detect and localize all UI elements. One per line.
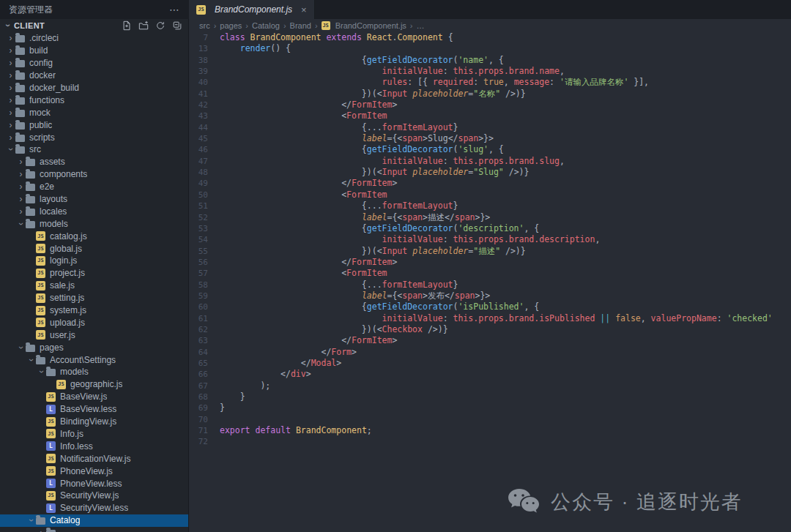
tree-item-models[interactable]: models — [0, 366, 188, 378]
code-line[interactable]: 52 label={<span>描述</span>}> — [189, 212, 791, 223]
code-line[interactable]: 49 </FormItem> — [189, 178, 791, 189]
code-line[interactable]: 44 {...formItemLayout} — [189, 122, 791, 133]
tree-item-functions[interactable]: functions — [0, 94, 188, 106]
tree-item-src[interactable]: src — [0, 143, 188, 156]
code-line[interactable]: 63 </FormItem> — [189, 335, 791, 346]
js-file-icon: JS — [46, 466, 56, 476]
tree-item-layouts[interactable]: layouts — [0, 193, 188, 206]
tree-item-phoneview-js[interactable]: JSPhoneView.js — [0, 465, 188, 477]
code-line[interactable]: 50 <FormItem — [189, 190, 791, 201]
tree-item-components[interactable]: components — [0, 168, 188, 181]
code-line[interactable]: 48 })(<Input placeholder="Slug" />)} — [189, 167, 791, 178]
code-text: {getFieldDecorator('name', { — [220, 55, 504, 66]
tree-item-system-js[interactable]: JSsystem.js — [0, 304, 188, 317]
code-line[interactable]: 59 label={<span>发布</span>}> — [189, 291, 791, 301]
tree-item-build[interactable]: build — [0, 45, 188, 57]
tree-item-pages[interactable]: pages — [0, 341, 188, 353]
tree-item-baseview-js[interactable]: JSBaseView.js — [0, 391, 188, 403]
tree-item-models[interactable]: models — [0, 217, 188, 230]
code-line[interactable]: 69} — [189, 402, 791, 413]
new-file-icon[interactable] — [122, 20, 132, 31]
tree-item-securityview-js[interactable]: JSSecurityView.js — [0, 490, 188, 502]
tree-item-baseview-less[interactable]: LBaseView.less — [0, 403, 188, 416]
code-line[interactable]: 38 {getFieldDecorator('name', { — [189, 55, 791, 66]
code-line[interactable]: 57 <FormItem — [189, 268, 791, 279]
code-line[interactable]: 67 ); — [189, 381, 791, 391]
tree-item-docker-build[interactable]: docker_build — [0, 82, 188, 94]
code-line[interactable]: 7class BrandComponent extends React.Comp… — [189, 32, 791, 43]
tree-item-e2e[interactable]: e2e — [0, 181, 188, 193]
code-line[interactable]: 47 initialValue: this.props.brand.slug, — [189, 156, 791, 167]
tree-item-catalog-js[interactable]: JScatalog.js — [0, 230, 188, 242]
collapse-folders-icon[interactable] — [172, 20, 182, 31]
folder-icon — [15, 85, 25, 92]
tree-item-info-js[interactable]: JSInfo.js — [0, 428, 188, 441]
code-line[interactable]: 42 </FormItem> — [189, 100, 791, 110]
code-line[interactable]: 65 </Modal> — [189, 358, 791, 369]
line-number: 56 — [189, 257, 208, 268]
code-line[interactable]: 40 rules: [{ required: true, message: '请… — [189, 77, 791, 88]
tree-item-global-js[interactable]: JSglobal.js — [0, 242, 188, 255]
tree-item-circleci[interactable]: .circleci — [0, 32, 188, 45]
code-line[interactable]: 62 })(<Checkbox />)} — [189, 324, 791, 335]
code-line[interactable]: 45 label={<span>Slug</span>}> — [189, 133, 791, 144]
tree-item-user-js[interactable]: JSuser.js — [0, 329, 188, 341]
tree-item-notificationview-js[interactable]: JSNotificationView.js — [0, 452, 188, 465]
tree-item-login-js[interactable]: JSlogin.js — [0, 255, 188, 267]
code-lines[interactable]: 7class BrandComponent extends React.Comp… — [189, 32, 791, 532]
code-line[interactable]: 64 </Form> — [189, 347, 791, 358]
tree-item-mock[interactable]: mock — [0, 106, 188, 119]
code-line[interactable]: 51 {...formItemLayout} — [189, 201, 791, 211]
code-line[interactable]: 39 initialValue: this.props.brand.name, — [189, 66, 791, 77]
tree-item-label: BaseView.js — [60, 391, 107, 402]
code-line[interactable]: 56 </FormItem> — [189, 257, 791, 268]
code-line[interactable]: 71export default BrandComponent; — [189, 425, 791, 436]
code-line[interactable]: 61 initialValue: this.props.brand.isPubl… — [189, 313, 791, 324]
breadcrumb-item[interactable]: Catalog — [252, 21, 280, 30]
more-actions-icon[interactable]: ⋯ — [169, 4, 180, 15]
tab-bar: JS BrandComponent.js × — [189, 0, 791, 19]
breadcrumb-item[interactable]: src — [199, 21, 210, 30]
tree-item-phoneview-less[interactable]: LPhoneView.less — [0, 477, 188, 490]
tree-item-setting-js[interactable]: JSsetting.js — [0, 292, 188, 304]
new-folder-icon[interactable] — [138, 20, 149, 31]
explorer-root-header[interactable]: CLIENT — [0, 19, 188, 32]
tree-item-geographic-js[interactable]: JSgeographic.js — [0, 378, 188, 391]
breadcrumb-item[interactable]: pages — [220, 21, 242, 30]
tree-item-assets[interactable]: assets — [0, 156, 188, 168]
code-line[interactable]: 53 {getFieldDecorator('description', { — [189, 223, 791, 234]
tree-item-bindingview-js[interactable]: JSBindingView.js — [0, 416, 188, 428]
tree-item-securityview-less[interactable]: LSecurityView.less — [0, 502, 188, 514]
tree-item-partial[interactable] — [0, 527, 188, 532]
code-line[interactable]: 13 render() { — [189, 43, 791, 54]
breadcrumb-item[interactable]: … — [417, 21, 425, 30]
code-line[interactable]: 60 {getFieldDecorator('isPublished', { — [189, 301, 791, 312]
close-icon[interactable]: × — [301, 4, 307, 15]
tree-item-catalog[interactable]: Catalog — [0, 514, 188, 527]
tree-item-public[interactable]: public — [0, 119, 188, 131]
tree-item-info-less[interactable]: LInfo.less — [0, 440, 188, 452]
breadcrumb-item[interactable]: BrandComponent.js — [335, 21, 406, 30]
code-line[interactable]: 43 <FormItem — [189, 110, 791, 121]
tree-item-config[interactable]: config — [0, 57, 188, 70]
breadcrumb-item[interactable]: Brand — [290, 21, 311, 30]
code-line[interactable]: 66 </div> — [189, 369, 791, 380]
tree-item-label: SecurityView.less — [60, 503, 128, 513]
tab-brandcomponent-js[interactable]: JS BrandComponent.js × — [189, 0, 315, 19]
tree-item-locales[interactable]: locales — [0, 205, 188, 217]
refresh-icon[interactable] — [155, 20, 166, 31]
tree-item-scripts[interactable]: scripts — [0, 131, 188, 143]
code-line[interactable]: 70 — [189, 414, 791, 425]
tree-item-project-js[interactable]: JSproject.js — [0, 267, 188, 280]
code-line[interactable]: 41 })(<Input placeholder="名称" />)} — [189, 89, 791, 100]
code-line[interactable]: 72 — [189, 436, 791, 447]
tree-item-account-settings[interactable]: Account\Settings — [0, 353, 188, 366]
code-line[interactable]: 58 {...formItemLayout} — [189, 280, 791, 291]
code-line[interactable]: 54 initialValue: this.props.brand.descri… — [189, 234, 791, 245]
tree-item-upload-js[interactable]: JSupload.js — [0, 316, 188, 329]
code-line[interactable]: 68 } — [189, 391, 791, 402]
tree-item-sale-js[interactable]: JSsale.js — [0, 280, 188, 292]
code-line[interactable]: 46 {getFieldDecorator('slug', { — [189, 144, 791, 155]
tree-item-docker[interactable]: docker — [0, 70, 188, 82]
code-line[interactable]: 55 })(<Input placeholder="描述" />)} — [189, 246, 791, 257]
